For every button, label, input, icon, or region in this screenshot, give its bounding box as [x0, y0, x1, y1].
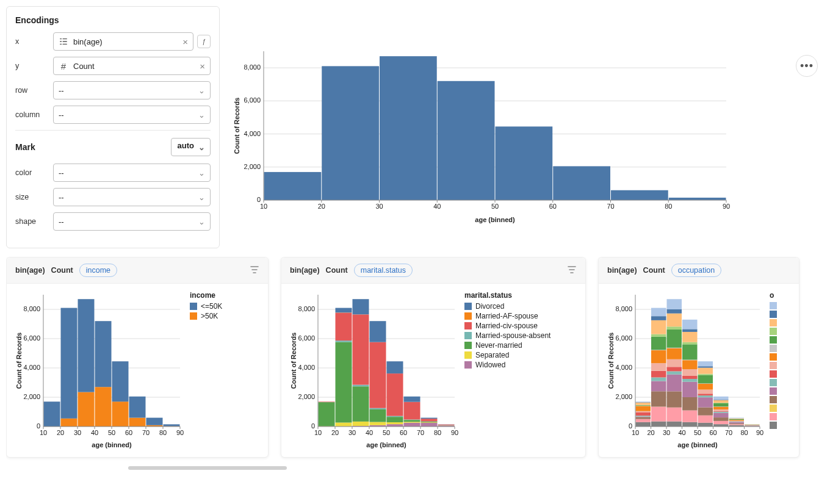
svg-rect-15 — [553, 166, 610, 200]
svg-rect-52 — [78, 392, 95, 427]
svg-text:50: 50 — [694, 429, 701, 436]
svg-rect-228 — [667, 371, 682, 374]
enc-select-row[interactable]: -- ⌄ — [53, 81, 211, 99]
legend-item: Divorced — [464, 302, 550, 311]
suggestion-cards[interactable]: bin(age) Count income 02,0004,0006,0008,… — [6, 257, 824, 464]
svg-rect-108 — [353, 422, 369, 426]
encoding-row-color: color -- ⌄ — [15, 164, 211, 182]
pill-marital[interactable]: marital.status — [354, 264, 413, 277]
svg-rect-242 — [636, 411, 651, 412]
chevron-down-icon: ⌄ — [198, 168, 205, 178]
svg-rect-302 — [698, 361, 713, 366]
card-marital[interactable]: bin(age) Count marital.status 02,0004,00… — [281, 257, 586, 458]
enc-select-x[interactable]: bin(age) × — [53, 32, 193, 51]
svg-rect-135 — [404, 402, 420, 420]
svg-rect-131 — [336, 313, 352, 341]
card-income[interactable]: bin(age) Count income 02,0004,0006,0008,… — [6, 257, 269, 458]
filter-icon[interactable] — [250, 265, 259, 276]
svg-rect-11 — [322, 66, 379, 200]
svg-text:4,000: 4,000 — [615, 364, 632, 371]
svg-rect-245 — [682, 369, 698, 376]
svg-rect-197 — [682, 411, 698, 422]
enc-select-column[interactable]: -- ⌄ — [53, 106, 211, 124]
svg-text:80: 80 — [665, 203, 672, 210]
svg-rect-149 — [370, 321, 386, 342]
svg-rect-268 — [667, 329, 682, 348]
enc-select-y[interactable]: # Count × — [53, 57, 211, 75]
legend-item — [770, 362, 777, 369]
svg-rect-237 — [682, 376, 698, 379]
svg-rect-196 — [667, 408, 682, 422]
enc-select-size[interactable]: -- ⌄ — [53, 188, 211, 206]
svg-rect-239 — [713, 411, 729, 412]
svg-text:50: 50 — [491, 203, 499, 210]
enc-select-shape[interactable]: -- ⌄ — [53, 212, 211, 231]
svg-rect-301 — [682, 320, 698, 329]
svg-rect-223 — [713, 413, 729, 417]
svg-text:age (binned): age (binned) — [677, 441, 718, 448]
mark-value: auto — [178, 141, 194, 150]
pill-count: Count — [643, 266, 665, 275]
svg-rect-229 — [682, 379, 698, 382]
svg-rect-282 — [636, 403, 651, 405]
svg-rect-119 — [404, 420, 420, 422]
svg-rect-251 — [651, 350, 666, 363]
svg-rect-260 — [667, 348, 682, 348]
divider — [15, 130, 211, 131]
svg-text:Count of Records: Count of Records — [233, 98, 240, 154]
enc-label-x: x — [15, 37, 49, 46]
enc-select-color[interactable]: -- ⌄ — [53, 164, 211, 182]
chevron-down-icon: ⌄ — [198, 110, 205, 120]
svg-rect-53 — [95, 387, 112, 427]
svg-text:40: 40 — [91, 429, 98, 436]
svg-text:20: 20 — [318, 203, 325, 210]
svg-text:80: 80 — [434, 429, 441, 436]
chart-options-button[interactable]: ••• — [796, 55, 818, 77]
horizontal-scrollbar[interactable] — [128, 466, 287, 470]
quantitative-icon — [59, 37, 68, 46]
svg-text:6,000: 6,000 — [23, 334, 40, 342]
filter-icon[interactable] — [567, 265, 577, 276]
svg-rect-254 — [698, 384, 713, 390]
card-body: 02,0004,0006,0008,000102030405060708090a… — [281, 284, 585, 457]
card-occupation[interactable]: bin(age) Count occupation 02,0004,0006,0… — [598, 257, 799, 458]
clear-x-icon[interactable]: × — [182, 37, 188, 47]
svg-rect-150 — [387, 361, 403, 373]
svg-rect-127 — [404, 419, 420, 420]
svg-text:10: 10 — [260, 203, 267, 210]
svg-rect-152 — [421, 418, 438, 419]
svg-rect-270 — [698, 375, 713, 384]
pill-bin-age: bin(age) — [607, 266, 637, 275]
chevron-down-icon: ⌄ — [198, 193, 205, 202]
svg-rect-247 — [713, 409, 729, 411]
chevron-down-icon: ⌄ — [198, 143, 205, 152]
legend-item: Widowed — [464, 361, 550, 369]
mark-select[interactable]: auto ⌄ — [171, 138, 211, 156]
svg-rect-221 — [682, 382, 698, 397]
legend-item: Married-civ-spouse — [464, 322, 550, 330]
svg-rect-272 — [729, 419, 745, 420]
svg-text:10: 10 — [314, 429, 322, 436]
clear-y-icon[interactable]: × — [200, 61, 205, 71]
svg-rect-115 — [336, 342, 352, 423]
svg-rect-114 — [319, 402, 335, 426]
svg-text:50: 50 — [108, 429, 115, 436]
legend-item: Separated — [464, 351, 550, 359]
function-button-x[interactable]: ƒ — [197, 35, 211, 48]
svg-text:70: 70 — [142, 429, 150, 436]
pill-income[interactable]: income — [79, 264, 117, 277]
svg-rect-200 — [729, 424, 745, 425]
svg-rect-304 — [729, 418, 745, 419]
pill-occupation[interactable]: occupation — [671, 264, 721, 277]
svg-text:50: 50 — [383, 429, 390, 436]
svg-rect-275 — [651, 334, 666, 337]
svg-rect-277 — [682, 342, 698, 345]
svg-text:6,000: 6,000 — [298, 334, 315, 342]
svg-rect-293 — [682, 329, 698, 332]
svg-rect-132 — [353, 314, 369, 384]
svg-text:60: 60 — [549, 203, 557, 210]
svg-rect-16 — [611, 190, 668, 200]
chevron-down-icon: ⌄ — [198, 86, 205, 95]
svg-rect-194 — [636, 419, 651, 422]
legend-item — [770, 405, 777, 412]
